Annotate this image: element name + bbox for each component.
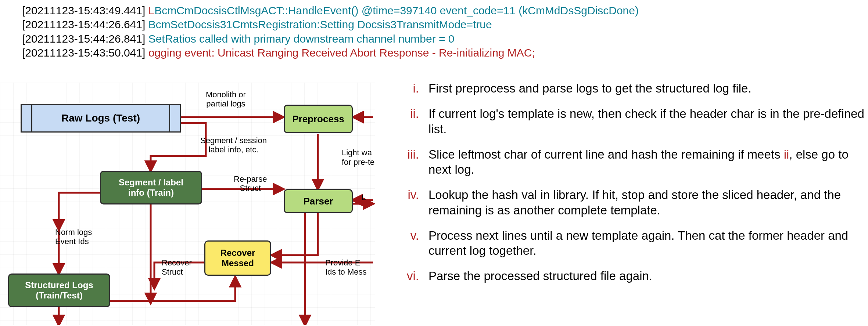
steps-list: i. First preprocess and parse logs to ge… <box>390 81 867 294</box>
log-red-prefix: L <box>148 4 155 17</box>
box-preprocess: Preprocess <box>284 105 353 133</box>
box-structured-logs: Structured Logs (Train/Test) <box>8 274 110 307</box>
box-segment-label: Segment / label info (Train) <box>100 171 202 204</box>
label-provide-e: Provide E Ids to Mess <box>325 258 366 277</box>
log-timestamp: [20211123-15:44:26.641] <box>22 18 148 30</box>
step-item: v. Process next lines until a new templa… <box>390 228 867 258</box>
log-block: [20211123-15:43:49.441] LBcmCmDocsisCtlM… <box>22 4 639 60</box>
step-ref: ii <box>784 148 789 161</box>
step-number: vi. <box>390 268 428 283</box>
label-light-wa: Light wa <box>342 148 372 157</box>
label-segment-session: Segment / session label info, etc. <box>200 136 267 155</box>
step-number: ii. <box>390 106 428 137</box>
log-timestamp: [20211123-15:43:50.041] <box>22 47 148 59</box>
log-timestamp: [20211123-15:43:49.441] <box>22 4 148 17</box>
step-number: iv. <box>390 187 428 218</box>
log-message: SetRatios called with primary downstream… <box>148 33 455 45</box>
step-number: i. <box>390 81 428 96</box>
log-timestamp: [20211123-15:44:26.841] <box>22 33 148 45</box>
log-message: ogging event: Unicast Ranging Received A… <box>148 47 535 59</box>
label-l: L <box>362 193 366 202</box>
log-line: [20211123-15:44:26.641] BcmSetDocsis31Cm… <box>22 18 639 32</box>
step-text: Process next lines until a new template … <box>428 228 867 258</box>
log-line: [20211123-15:43:49.441] LBcmCmDocsisCtlM… <box>22 4 639 18</box>
label-for-prete: for pre-te <box>342 157 374 167</box>
label-norm-logs: Norm logs Event Ids <box>55 228 92 246</box>
step-text: First preprocess and parse logs to get t… <box>428 81 867 96</box>
log-line: [20211123-15:44:26.841] SetRatios called… <box>22 32 639 46</box>
step-item: i. First preprocess and parse logs to ge… <box>390 81 867 96</box>
step-text: Parse the processed structured file agai… <box>428 268 867 283</box>
step-text: Lookup the hash val in library. If hit, … <box>428 187 867 218</box>
step-item: iv. Lookup the hash val in library. If h… <box>390 187 867 218</box>
step-number: iii. <box>390 147 428 177</box>
label-recover-struct: Recover Struct <box>162 258 192 277</box>
label-monolith: Monolith or partial logs <box>206 90 246 109</box>
log-message: BcmSetDocsis31CmtsRegistration:Setting D… <box>148 18 492 30</box>
step-text: Slice leftmost char of current line and … <box>428 147 867 177</box>
log-line: [20211123-15:43:50.041] ogging event: Un… <box>22 46 639 60</box>
step-number: v. <box>390 228 428 258</box>
box-raw-logs: Raw Logs (Test) <box>21 104 181 133</box>
box-parser: Parser <box>284 189 353 213</box>
step-text: If current log's template is new, then c… <box>428 106 867 137</box>
step-item: ii. If current log's template is new, th… <box>390 106 867 137</box>
step-item: vi. Parse the processed structured file … <box>390 268 867 283</box>
box-recover-messed: Recover Messed <box>204 240 271 276</box>
flow-diagram: Raw Logs (Test) Preprocess Parser Recove… <box>0 83 375 325</box>
label-reparse: Re-parse Struct <box>234 174 267 193</box>
log-message: BcmCmDocsisCtlMsgACT::HandleEvent() @tim… <box>154 4 639 17</box>
box-raw-logs-label: Raw Logs (Test) <box>22 105 180 131</box>
step-text-before: Slice leftmost char of current line and … <box>428 148 784 161</box>
step-item: iii. Slice leftmost char of current line… <box>390 147 867 177</box>
